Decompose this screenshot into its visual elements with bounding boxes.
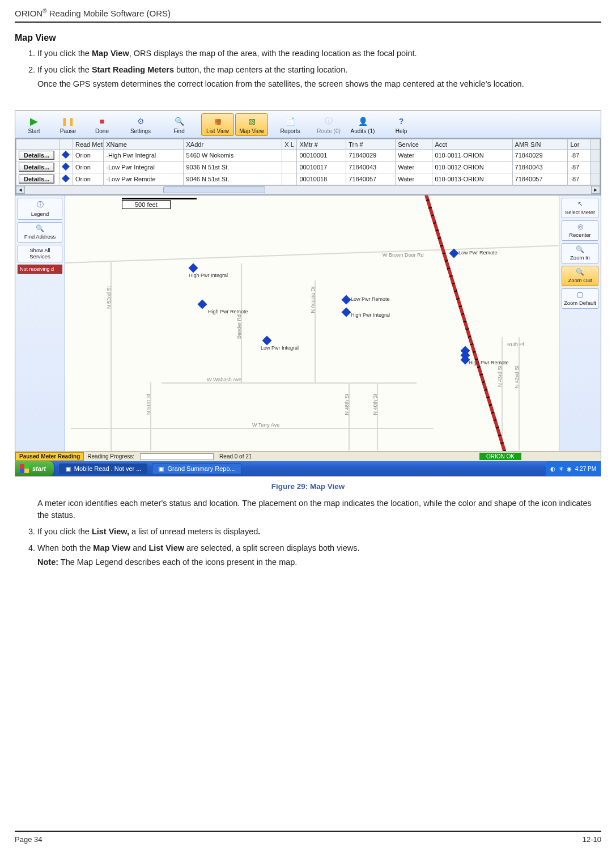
page-footer: Page 34 12-10 [15, 831, 601, 844]
tray-icon[interactable]: ◐ [550, 466, 555, 472]
map-icon: ▧ [246, 116, 257, 127]
select-meter-button[interactable]: ↖Select Meter [562, 198, 598, 218]
paused-badge: Paused Meter Reading [15, 452, 84, 461]
meter-label: Low Pwr Remote [351, 296, 390, 302]
step-3: If you click the List View, a list of un… [37, 526, 601, 538]
show-all-services-button[interactable]: Show All Services [18, 245, 62, 262]
scale-label: 500 feet [122, 200, 171, 209]
clock: 4:27 PM [575, 466, 596, 472]
start-menu-button[interactable]: start [15, 461, 54, 476]
details-button[interactable]: Details... [19, 151, 54, 160]
meter-marker[interactable] [199, 301, 206, 308]
settings-button[interactable]: ⚙Settings [124, 113, 157, 136]
tray-icon[interactable]: ◉ [567, 466, 572, 472]
grid-horizontal-scrollbar[interactable]: ◄ ► [16, 185, 600, 194]
reports-button[interactable]: 📄Reports [274, 113, 307, 136]
meter-marker[interactable] [462, 356, 469, 363]
taskbar-app-1[interactable]: ▣Mobile Read . Not ver ... [59, 463, 148, 474]
map-view-button[interactable]: ▧Map View [235, 113, 268, 136]
start-button[interactable]: ▶Start [18, 113, 50, 136]
scroll-left-arrow-icon[interactable]: ◄ [16, 186, 25, 194]
details-button[interactable]: Details... [19, 175, 54, 184]
meter-label: High Pwr Remote [469, 360, 509, 365]
meter-label: Low Pwr Integral [261, 345, 299, 351]
doc-header-suffix: Reading Mobile Software (ORS) [47, 8, 171, 18]
table-row[interactable]: Details...Orion-High Pwr Integral5460 W … [16, 150, 600, 161]
meter-marker[interactable] [343, 296, 350, 303]
street-label: W Wabash Ave [207, 377, 241, 382]
search-icon: 🔍 [36, 224, 44, 232]
note-label: Note: [37, 558, 58, 567]
street-label: W Brown Deer Rd [383, 252, 424, 258]
zoom-in-button[interactable]: 🔍Zoom In [562, 243, 598, 263]
road [519, 337, 520, 450]
step-1: If you click the Map View, ORS displays … [37, 48, 601, 59]
recenter-icon: ◎ [577, 223, 583, 231]
pause-icon: ❚❚ [62, 116, 74, 127]
meter-marker[interactable] [264, 337, 270, 344]
zoom-out-button[interactable]: 🔍Zoom Out [562, 266, 598, 286]
done-button[interactable]: ■Done [86, 113, 118, 136]
figure-caption: Figure 29: Map View [15, 482, 601, 491]
steps-list: If you click the Map View, ORS displays … [15, 48, 601, 90]
street-label: N 52nd St [106, 286, 112, 309]
road [71, 428, 434, 429]
zoom-default-button[interactable]: ▢Zoom Default [562, 288, 598, 309]
app-icon: ▣ [65, 465, 71, 473]
route-line [419, 195, 509, 451]
tray-icon[interactable]: ✳ [559, 466, 563, 472]
diamond-icon [62, 151, 70, 159]
play-icon: ▶ [28, 116, 40, 127]
find-button[interactable]: 🔍Find [163, 113, 196, 136]
meter-marker[interactable] [190, 265, 197, 271]
meter-icon-paragraph: A meter icon identifies each meter's sta… [37, 497, 601, 521]
not-receiving-status: Not receiving d [18, 265, 62, 274]
list-view-button[interactable]: ▦List View [201, 113, 234, 136]
scroll-right-arrow-icon[interactable]: ► [591, 186, 600, 194]
scale-bar [122, 198, 197, 199]
read-count: Read 0 of 21 [216, 453, 255, 460]
reading-progress-label: Reading Progress: [84, 453, 138, 460]
pause-button[interactable]: ❚❚Pause [52, 113, 84, 136]
street-label: N 46th St [372, 394, 378, 415]
doc-header-prefix: ORION [15, 8, 43, 18]
street-label: N 42nd St [514, 365, 520, 388]
route-button[interactable]: ⓘRoute (0) [312, 113, 345, 136]
meter-marker[interactable] [451, 250, 457, 257]
map-canvas[interactable]: 500 feet W Brown Deer Rd W Wabash Ave [65, 195, 559, 451]
street-label: Bender Rd [236, 314, 242, 339]
meter-label: High Pwr Integral [189, 273, 228, 278]
find-address-button[interactable]: 🔍Find Address [18, 222, 62, 243]
right-sidebar: ↖Select Meter ◎Recenter 🔍Zoom In 🔍Zoom O… [559, 195, 601, 451]
help-button[interactable]: ?Help [385, 113, 418, 136]
table-row[interactable]: Details...Orion-Low Pwr Remote9046 N 51s… [16, 173, 600, 185]
taskbar-app-2[interactable]: ▣Grand Summary Repo... [152, 463, 241, 474]
recenter-button[interactable]: ◎Recenter [562, 220, 598, 241]
report-icon: 📄 [284, 116, 296, 127]
street-label: W Terry Ave [252, 422, 279, 428]
table-row[interactable]: Details...Orion-Low Pwr Integral9036 N 5… [16, 161, 600, 173]
road [150, 382, 151, 450]
legend-button[interactable]: ⓘLegend [18, 198, 62, 220]
road [349, 382, 350, 450]
road [502, 337, 503, 450]
street-label: N 51st St [146, 394, 151, 415]
audits-button[interactable]: 👤Audits (1) [346, 113, 379, 136]
scroll-thumb[interactable] [163, 186, 265, 193]
meter-label: High Pwr Remote [208, 309, 248, 314]
left-sidebar: ⓘLegend 🔍Find Address Show All Services … [15, 195, 65, 451]
meter-label: Low Pwr Remote [458, 250, 498, 256]
diamond-icon [62, 175, 70, 182]
registered-mark: ® [43, 8, 46, 14]
system-tray[interactable]: ◐ ✳ ◉ 4:27 PM [546, 461, 601, 476]
orion-ok-badge: ORION OK [479, 453, 521, 460]
details-button[interactable]: Details... [19, 163, 54, 172]
app-screenshot: ▶Start ❚❚Pause ■Done ⚙Settings 🔍Find ▦Li… [15, 110, 601, 477]
zoom-in-icon: 🔍 [576, 245, 584, 253]
gear-icon: ⚙ [135, 116, 146, 127]
windows-logo-icon [20, 464, 29, 473]
info-icon: ⓘ [323, 116, 334, 127]
meter-marker[interactable] [343, 309, 350, 316]
street-label: N 48th St [344, 394, 350, 415]
page-number-right: 12-10 [583, 835, 601, 844]
